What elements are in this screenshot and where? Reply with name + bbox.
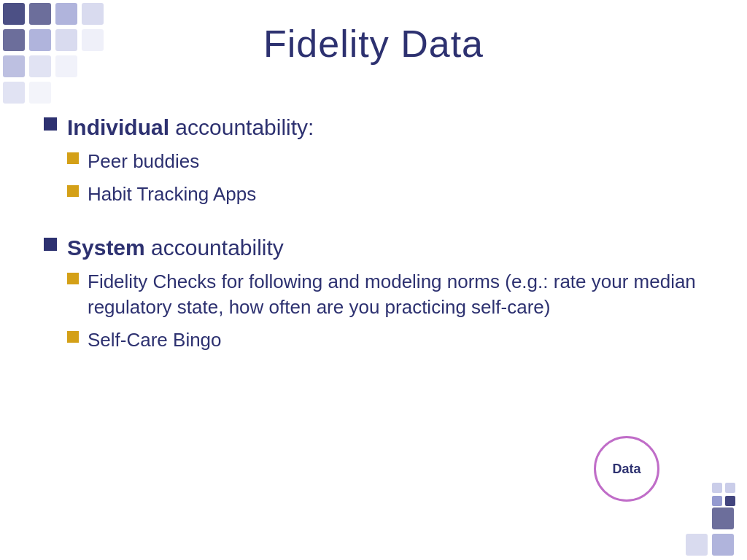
svg-rect-18 <box>712 496 722 506</box>
svg-rect-11 <box>3 82 25 104</box>
section1-text: Individual accountability: <box>67 113 314 141</box>
bullet-marker-l2-s1-1 <box>67 152 79 164</box>
svg-rect-13 <box>686 534 708 556</box>
section2-sub2-text: Self-Care Bingo <box>88 327 222 353</box>
section2-sub1-text: Fidelity Checks for following and modeli… <box>88 269 703 320</box>
svg-rect-14 <box>712 534 734 556</box>
svg-rect-17 <box>725 483 735 493</box>
slide-title: Fidelity Data <box>0 22 747 66</box>
data-badge-text: Data <box>612 462 640 477</box>
section1-sub1-text: Peer buddies <box>88 149 199 174</box>
section2-bullet: System accountability <box>44 233 703 262</box>
section1-subbullets: Peer buddies Habit Tracking Apps <box>67 149 703 207</box>
svg-rect-19 <box>725 496 735 506</box>
svg-rect-12 <box>29 82 51 104</box>
section1-sub2-text: Habit Tracking Apps <box>88 182 256 207</box>
bullet-marker-l1-s2 <box>44 238 57 251</box>
svg-rect-15 <box>712 508 734 529</box>
section2-subbullets: Fidelity Checks for following and modeli… <box>67 269 703 353</box>
section2-suffix: accountability <box>145 236 284 260</box>
section1-bullet: Individual accountability: <box>44 113 703 141</box>
section2-text: System accountability <box>67 233 284 262</box>
section2-sub2: Self-Care Bingo <box>67 327 703 353</box>
section1-sub2: Habit Tracking Apps <box>67 182 703 207</box>
bullet-marker-l2-s2-1 <box>67 273 79 284</box>
section1-bold: Individual <box>67 115 169 139</box>
bullet-marker-l2-s1-2 <box>67 185 79 197</box>
corner-decoration-bottom-right <box>630 480 747 560</box>
section2-sub1: Fidelity Checks for following and modeli… <box>67 269 703 320</box>
bullet-marker-l1-s1 <box>44 117 57 131</box>
section1-sub1: Peer buddies <box>67 149 703 174</box>
section1-suffix: accountability: <box>169 115 314 139</box>
section2-bold: System <box>67 236 145 260</box>
section-gap <box>44 219 703 233</box>
bullet-marker-l2-s2-2 <box>67 331 79 343</box>
svg-rect-16 <box>712 483 722 493</box>
